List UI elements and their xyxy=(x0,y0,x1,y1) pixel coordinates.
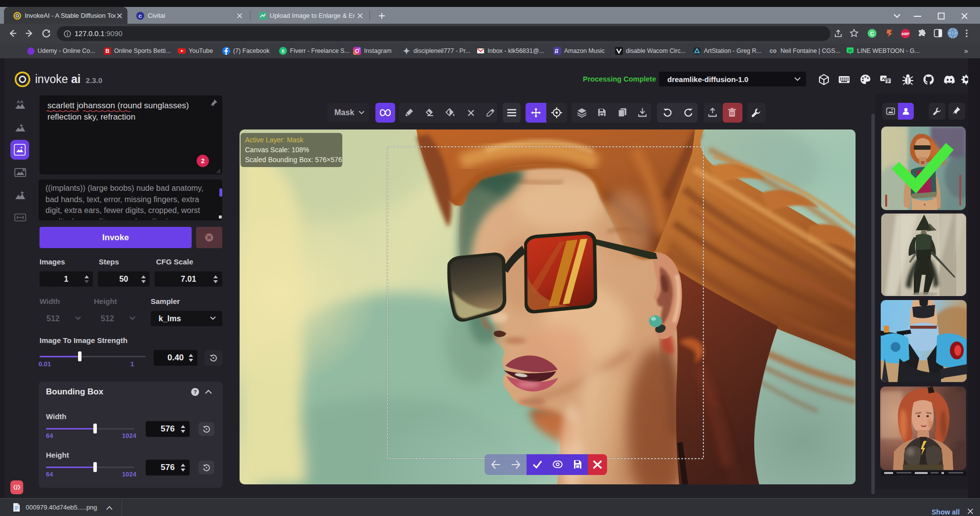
svg-text:A: A xyxy=(882,76,885,81)
svg-text:ABP: ABP xyxy=(901,32,909,36)
svg-text:fi: fi xyxy=(282,49,285,54)
svg-text:A: A xyxy=(20,99,24,104)
svg-text:W: W xyxy=(848,48,852,53)
svg-text:A: A xyxy=(17,99,20,104)
svg-text:字: 字 xyxy=(886,79,891,84)
svg-text:C: C xyxy=(870,31,874,37)
svg-text:co: co xyxy=(770,47,776,54)
svg-text:?: ? xyxy=(194,389,197,395)
svg-text:C: C xyxy=(139,13,142,19)
